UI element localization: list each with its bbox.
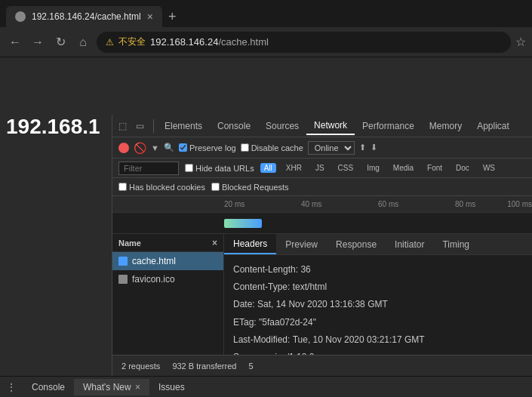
file-list: Name × cache.html favicon.ico — [112, 234, 224, 355]
timeline-ruler: 20 ms 40 ms 60 ms 80 ms 100 ms — [112, 196, 532, 213]
file-item-favicon[interactable]: favicon.ico — [112, 270, 223, 288]
tab-favicon — [15, 11, 26, 22]
filter-js-button[interactable]: JS — [312, 163, 328, 173]
address-bar: ← → ↻ ⌂ ⚠ 不安全 192.168.146.24/cache.html … — [0, 27, 532, 57]
detail-tab-timing[interactable]: Timing — [433, 234, 478, 254]
security-text: 不安全 — [118, 35, 146, 48]
header-date: Date: Sat, 14 Nov 2020 13:16:38 GMT — [233, 296, 523, 313]
detail-tab-initiator[interactable]: Initiator — [386, 234, 433, 254]
new-tab-button[interactable]: + — [162, 6, 183, 27]
has-blocked-cookies-checkbox[interactable]: Has blocked cookies — [118, 183, 205, 192]
blocked-row: Has blocked cookies Blocked Requests — [112, 178, 532, 196]
browser-tab[interactable]: 192.168.146.24/cache.html × — [6, 6, 162, 27]
filter-media-button[interactable]: Media — [389, 163, 417, 173]
file-item-cache-html[interactable]: cache.html — [112, 252, 223, 270]
inspect-icon[interactable]: ⬚ — [115, 119, 130, 133]
header-content-type: Content-Type: text/html — [233, 279, 523, 296]
detail-tab-headers[interactable]: Headers — [224, 234, 276, 254]
tab-performance[interactable]: Performance — [355, 118, 422, 134]
detail-tab-response[interactable]: Response — [327, 234, 386, 254]
devtools-panel: ⬚ ▭ Elements Console Sources Network Per… — [112, 115, 532, 376]
filter-css-button[interactable]: CSS — [334, 163, 358, 173]
forward-button[interactable]: → — [29, 35, 47, 49]
detail-panel: Headers Preview Response Initiator Timin… — [224, 234, 532, 355]
tab-network[interactable]: Network — [306, 117, 355, 135]
preserve-log-checkbox[interactable]: Preserve log — [179, 143, 236, 152]
bookmark-icon[interactable]: ☆ — [515, 35, 526, 49]
url-path: /cache.html — [218, 36, 268, 48]
ruler-100ms: 100 ms — [507, 200, 532, 208]
header-content-length: Content-Length: 36 — [233, 261, 523, 279]
tab-application[interactable]: Applicat — [469, 118, 517, 134]
headers-content: Content-Length: 36 Content-Type: text/ht… — [224, 255, 532, 355]
filter-icon[interactable]: ▼ — [151, 143, 159, 152]
stop-icon[interactable]: 🚫 — [134, 142, 146, 154]
main-content: Name × cache.html favicon.ico — [112, 234, 532, 355]
detail-tabs: Headers Preview Response Initiator Timin… — [224, 234, 532, 255]
filter-all-button[interactable]: All — [260, 163, 276, 173]
page-title: 192.168.1 — [6, 115, 100, 139]
ruler-60ms: 60 ms — [378, 200, 398, 208]
filter-ws-button[interactable]: WS — [479, 163, 499, 173]
filter-font-button[interactable]: Font — [423, 163, 446, 173]
record-button[interactable] — [118, 143, 129, 153]
devtools-icons: ⬚ ▭ — [115, 119, 154, 133]
hide-data-urls-checkbox[interactable]: Hide data URLs — [185, 164, 254, 173]
address-box[interactable]: ⚠ 不安全 192.168.146.24/cache.html — [97, 32, 511, 53]
bottom-tab-whats-new[interactable]: What's New × — [74, 379, 149, 395]
browser-frame: 192.168.146.24/cache.html × + ← → ↻ ⌂ ⚠ … — [0, 0, 532, 397]
transferred-size: 932 B transferred — [172, 362, 236, 371]
file-name-favicon: favicon.ico — [132, 274, 175, 285]
detail-tab-preview[interactable]: Preview — [276, 234, 327, 254]
tab-close-icon[interactable]: × — [147, 11, 153, 23]
filter-xhr-button[interactable]: XHR — [282, 163, 306, 173]
device-icon[interactable]: ▭ — [133, 119, 147, 133]
bottom-tab-issues[interactable]: Issues — [149, 379, 194, 395]
timeline-bars — [112, 213, 532, 234]
bottom-tab-console[interactable]: Console — [23, 379, 74, 395]
header-server: Server: nginx/1.18.0 — [233, 349, 523, 355]
network-toolbar: 🚫 ▼ 🔍 Preserve log Disable cache Online … — [112, 137, 532, 158]
tab-bar: 192.168.146.24/cache.html × + — [0, 0, 532, 27]
warning-icon: ⚠ — [106, 37, 114, 48]
extra-info: 5 — [248, 362, 253, 371]
tab-memory[interactable]: Memory — [422, 118, 469, 134]
ico-file-icon — [118, 275, 128, 284]
name-column-label: Name — [118, 239, 141, 248]
ruler-20ms: 20 ms — [224, 200, 244, 208]
tab-console[interactable]: Console — [210, 118, 258, 134]
filter-doc-button[interactable]: Doc — [452, 163, 473, 173]
tab-elements[interactable]: Elements — [157, 118, 210, 134]
ruler-40ms: 40 ms — [301, 200, 321, 208]
file-list-close-icon[interactable]: × — [212, 238, 217, 248]
filter-row: Hide data URLs All XHR JS CSS Img Media … — [112, 158, 532, 178]
header-etag: ETag: "5faa072d-24" — [233, 314, 523, 331]
tab-sources[interactable]: Sources — [258, 118, 306, 134]
upload-icon[interactable]: ⬆ — [359, 143, 366, 152]
address-text: 192.168.146.24/cache.html — [150, 36, 269, 48]
download-icon[interactable]: ⬇ — [371, 143, 377, 152]
html-file-icon — [118, 257, 128, 266]
url-host: 192.168.146.24 — [150, 36, 218, 48]
file-name-cache: cache.html — [132, 256, 176, 266]
status-bar: 2 requests 932 B transferred 5 — [112, 355, 532, 376]
reload-button[interactable]: ↻ — [51, 35, 69, 49]
filter-img-button[interactable]: Img — [363, 163, 383, 173]
network-throttle-select[interactable]: Online — [308, 141, 355, 155]
ruler-80ms: 80 ms — [455, 200, 475, 208]
search-icon[interactable]: 🔍 — [164, 143, 174, 152]
requests-count: 2 requests — [121, 362, 160, 371]
filter-input[interactable] — [118, 162, 179, 175]
devtools-menu-icon[interactable]: ⋮ — [6, 381, 17, 393]
timeline-bar-cache — [224, 219, 262, 228]
header-last-modified: Last-Modified: Tue, 10 Nov 2020 03:21:17… — [233, 331, 523, 349]
tab-title: 192.168.146.24/cache.html — [32, 11, 141, 22]
devtools-tab-bar: ⬚ ▭ Elements Console Sources Network Per… — [112, 115, 532, 137]
back-button[interactable]: ← — [6, 35, 24, 49]
disable-cache-checkbox[interactable]: Disable cache — [241, 143, 303, 152]
whats-new-close-icon[interactable]: × — [135, 382, 140, 392]
home-button[interactable]: ⌂ — [74, 35, 92, 49]
file-list-header: Name × — [112, 234, 223, 252]
blocked-requests-checkbox[interactable]: Blocked Requests — [211, 183, 289, 192]
bottom-toolbar: ⋮ Console What's New × Issues — [0, 376, 532, 397]
